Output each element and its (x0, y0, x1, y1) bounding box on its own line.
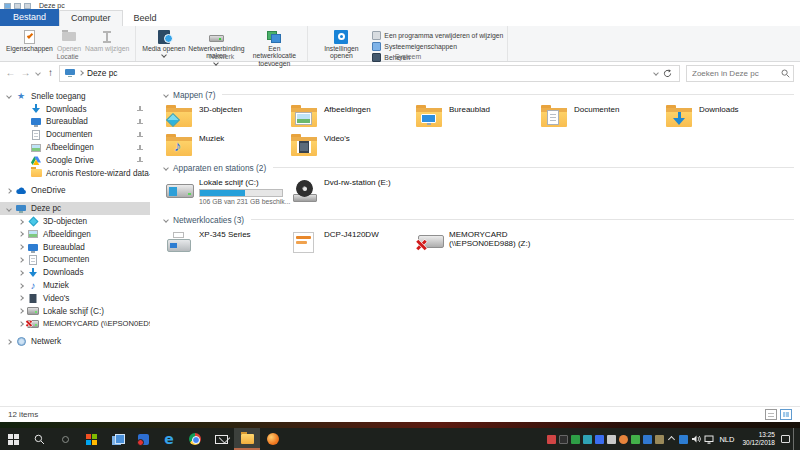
tile-documenten[interactable]: Documenten (539, 101, 664, 130)
section-header-mappen[interactable]: Mappen (7) (164, 88, 794, 101)
sidebar-item-afbeeldingen[interactable]: Afbeeldingen (0, 141, 150, 154)
tile-lokale-schijf[interactable]: Lokale schijf (C:) 106 GB van 231 GB bes… (164, 174, 289, 211)
expander-icon[interactable] (18, 308, 24, 314)
file-explorer-button[interactable] (234, 428, 260, 450)
up-button[interactable]: ↑ (44, 68, 57, 78)
sidebar-item-bureaublad-pc[interactable]: Bureaublad (0, 241, 150, 254)
mail-button[interactable] (208, 428, 234, 450)
tile-dcp-device[interactable]: DCP-J4120DW (289, 226, 414, 263)
recent-locations-chevron[interactable] (35, 70, 41, 76)
expander-icon[interactable] (6, 188, 12, 194)
sidebar-section-quick-access[interactable]: ★ Snelle toegang (0, 90, 150, 103)
tile-bureaublad[interactable]: Bureaublad (414, 101, 539, 130)
expander-icon[interactable] (18, 270, 24, 276)
expander-icon[interactable] (6, 206, 12, 212)
expander-icon[interactable] (18, 244, 24, 250)
tray-icon[interactable] (643, 435, 652, 444)
properties-button[interactable]: Eigenschappen (4, 28, 55, 53)
expander-icon[interactable] (18, 257, 24, 263)
edge-button[interactable]: e (156, 428, 182, 450)
back-button[interactable]: ← (4, 68, 17, 78)
taskbar-clock[interactable]: 13:25 30/12/2018 (739, 431, 778, 448)
tile-3d-objecten[interactable]: 3D-objecten (164, 101, 289, 130)
tile-afbeeldingen[interactable]: Afbeeldingen (289, 101, 414, 130)
uninstall-program-button[interactable]: Een programma verwijderen of wijzigen (372, 31, 503, 40)
section-header-apparaten[interactable]: Apparaten en stations (2) (164, 161, 794, 174)
breadcrumb[interactable]: Deze pc (87, 68, 117, 78)
sidebar-item-downloads[interactable]: Downloads (0, 103, 150, 116)
tile-dvd-station[interactable]: Dvd-rw-station (E:) (289, 174, 414, 211)
cortana-button[interactable] (52, 428, 78, 450)
tray-icon[interactable] (547, 435, 556, 444)
forward-button[interactable]: → (19, 68, 32, 78)
show-desktop-button[interactable] (793, 428, 797, 450)
sidebar-section-this-pc[interactable]: Deze pc (0, 202, 150, 215)
volume-icon[interactable] (691, 434, 701, 444)
tile-muziek[interactable]: ♪ Muziek (164, 130, 289, 159)
taskbar-search-button[interactable] (26, 428, 52, 450)
tile-downloads[interactable]: Downloads (664, 101, 789, 130)
tile-memorycard[interactable]: MEMORYCARD (\\EPSON0ED988) (Z:) (414, 226, 539, 263)
tray-icon[interactable] (679, 435, 688, 444)
sidebar-item-acronis[interactable]: Acronis Restore-wizard data (0, 167, 150, 180)
action-center-icon[interactable] (781, 435, 790, 443)
expander-icon[interactable] (18, 321, 24, 327)
address-field[interactable]: Deze pc (59, 65, 680, 82)
language-indicator[interactable]: NLD (717, 435, 736, 444)
sidebar-item-videos[interactable]: Video's (0, 292, 150, 305)
expander-icon[interactable] (18, 232, 24, 238)
expander-icon[interactable] (18, 283, 24, 289)
expander-icon[interactable] (18, 219, 24, 225)
sidebar-section-netwerk[interactable]: Netwerk (0, 335, 150, 348)
large-icons-view-button[interactable] (780, 409, 792, 420)
chevron-up-icon[interactable] (668, 435, 675, 442)
sidebar-item-documenten-pc[interactable]: Documenten (0, 254, 150, 267)
breadcrumb-chevron[interactable] (78, 70, 84, 76)
tile-videos[interactable]: Video's (289, 130, 414, 159)
tab-bestand[interactable]: Bestand (0, 9, 59, 26)
tray-icon[interactable] (583, 435, 592, 444)
sidebar-item-lokale-schijf[interactable]: Lokale schijf (C:) (0, 305, 150, 318)
collapse-icon[interactable] (163, 92, 169, 98)
tab-beeld[interactable]: Beeld (123, 11, 168, 26)
tray-icon[interactable] (619, 435, 628, 444)
open-button[interactable]: Openen (55, 28, 83, 53)
sidebar-item-bureaublad[interactable]: Bureaublad (0, 116, 150, 129)
details-view-button[interactable] (765, 409, 777, 420)
sidebar-item-3d-objecten[interactable]: 3D-objecten (0, 215, 150, 228)
firefox-button[interactable] (260, 428, 286, 450)
sidebar-item-google-drive[interactable]: Google Drive (0, 154, 150, 167)
tab-computer[interactable]: Computer (59, 10, 123, 26)
tile-printer[interactable]: XP-345 Series (164, 226, 289, 263)
sidebar-item-afbeeldingen-pc[interactable]: Afbeeldingen (0, 228, 150, 241)
system-properties-button[interactable]: Systeemeigenschappen (372, 42, 503, 51)
expander-icon[interactable] (6, 94, 12, 100)
tray-icon[interactable] (571, 435, 580, 444)
expander-icon[interactable] (18, 296, 24, 302)
sidebar-item-downloads-pc[interactable]: Downloads (0, 266, 150, 279)
tray-icon[interactable] (607, 435, 616, 444)
search-box[interactable] (686, 65, 794, 82)
sidebar-section-onedrive[interactable]: OneDrive (0, 185, 150, 198)
search-input[interactable] (687, 66, 793, 81)
collapse-icon[interactable] (163, 217, 169, 223)
sidebar-item-muziek[interactable]: ♪ Muziek (0, 279, 150, 292)
address-dropdown-chevron[interactable] (653, 70, 659, 76)
tray-icon[interactable] (559, 435, 568, 444)
tray-icon[interactable] (595, 435, 604, 444)
section-header-netwerklocaties[interactable]: Netwerklocaties (3) (164, 213, 794, 226)
rename-button[interactable]: Naam wijzigen (83, 28, 131, 53)
refresh-icon[interactable] (663, 69, 672, 78)
sidebar-item-documenten[interactable]: Documenten (0, 128, 150, 141)
tray-icon[interactable] (631, 435, 640, 444)
store-button[interactable] (78, 428, 104, 450)
sidebar-item-memorycard[interactable]: MEMORYCARD (\\EPSON0ED988) (Z:) (0, 318, 150, 331)
network-icon[interactable] (704, 435, 714, 444)
tray-icon[interactable] (655, 435, 664, 444)
add-network-location-button[interactable]: Een netwerklocatie toevoegen (245, 28, 303, 68)
collapse-icon[interactable] (163, 165, 169, 171)
expander-icon[interactable] (6, 339, 12, 345)
chrome-button[interactable] (182, 428, 208, 450)
photos-button[interactable] (104, 428, 130, 450)
notification-app-button[interactable] (130, 428, 156, 450)
